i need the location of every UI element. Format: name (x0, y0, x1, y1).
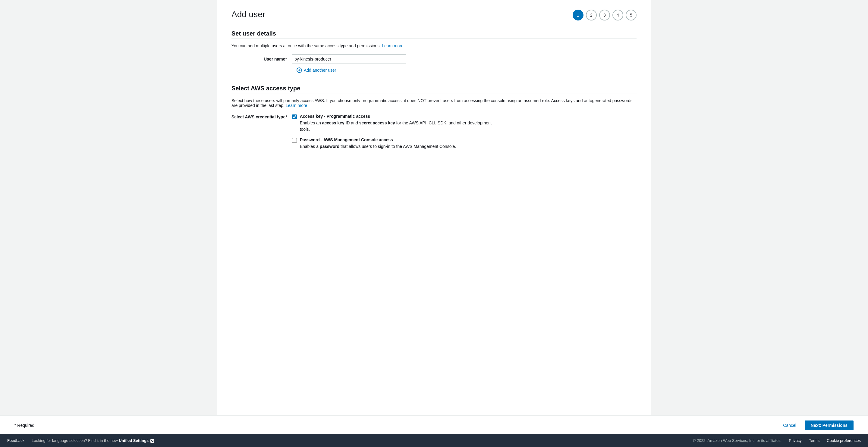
feedback-link[interactable]: Feedback (7, 438, 24, 443)
user-details-learn-more-link[interactable]: Learn more (382, 43, 404, 48)
footer-right: © 2022, Amazon Web Services, Inc. or its… (693, 438, 861, 443)
unified-settings-link[interactable]: Unified Settings (119, 438, 154, 443)
user-details-title: Set user details (231, 30, 637, 37)
page-header: Add user 1 2 3 4 5 (231, 10, 637, 21)
footer-language-text: Looking for language selection? Find it … (32, 438, 154, 443)
footer-copyright: © 2022, Amazon Web Services, Inc. or its… (693, 438, 782, 443)
programmatic-access-desc: Enables an access key ID and secret acce… (300, 120, 493, 132)
section-divider-2 (231, 93, 637, 93)
next-permissions-button[interactable]: Next: Permissions (805, 420, 854, 430)
console-access-option: Password - AWS Management Console access… (292, 137, 493, 150)
credential-type-row: Select AWS credential type* Access key -… (231, 114, 637, 150)
console-access-checkbox[interactable] (292, 138, 297, 143)
console-access-content: Password - AWS Management Console access… (300, 137, 456, 150)
step-2[interactable]: 2 (586, 10, 597, 21)
programmatic-access-title[interactable]: Access key - Programmatic access (300, 114, 493, 119)
username-label: User name* (231, 57, 292, 61)
credential-options: Access key - Programmatic access Enables… (292, 114, 493, 150)
step-4[interactable]: 4 (613, 10, 623, 21)
add-user-link-row: + Add another user (297, 67, 637, 73)
user-details-section: Set user details You can add multiple us… (231, 30, 637, 73)
programmatic-access-checkbox[interactable] (292, 115, 297, 119)
action-buttons: Cancel Next: Permissions (779, 420, 854, 430)
username-row: User name* (231, 54, 637, 64)
console-access-title[interactable]: Password - AWS Management Console access (300, 137, 456, 142)
required-note: * Required (14, 423, 34, 428)
action-bar: * Required Cancel Next: Permissions (0, 415, 868, 435)
username-input[interactable] (292, 54, 406, 64)
console-access-desc: Enables a password that allows users to … (300, 143, 456, 150)
cancel-button[interactable]: Cancel (779, 420, 800, 430)
add-another-user-link[interactable]: + Add another user (297, 67, 336, 73)
access-type-description: Select how these users will primarily ac… (231, 98, 637, 108)
step-5[interactable]: 5 (626, 10, 637, 21)
terms-link[interactable]: Terms (809, 438, 819, 443)
programmatic-access-option: Access key - Programmatic access Enables… (292, 114, 493, 132)
page-title: Add user (231, 10, 265, 19)
steps-indicator: 1 2 3 4 5 (572, 10, 637, 21)
programmatic-access-content: Access key - Programmatic access Enables… (300, 114, 493, 132)
step-3[interactable]: 3 (599, 10, 610, 21)
user-details-description: You can add multiple users at once with … (231, 43, 637, 48)
privacy-link[interactable]: Privacy (789, 438, 802, 443)
footer-left: Feedback Looking for language selection?… (7, 438, 154, 443)
cookie-preferences-link[interactable]: Cookie preferences (827, 438, 861, 443)
access-type-learn-more-link[interactable]: Learn more (286, 103, 307, 108)
external-link-icon (150, 439, 154, 443)
add-icon: + (297, 67, 302, 73)
credential-type-label: Select AWS credential type* (231, 114, 292, 119)
access-type-section: Select AWS access type Select how these … (231, 85, 637, 150)
step-1[interactable]: 1 (572, 10, 584, 21)
access-type-title: Select AWS access type (231, 85, 637, 92)
bottom-footer: Feedback Looking for language selection?… (0, 434, 868, 447)
